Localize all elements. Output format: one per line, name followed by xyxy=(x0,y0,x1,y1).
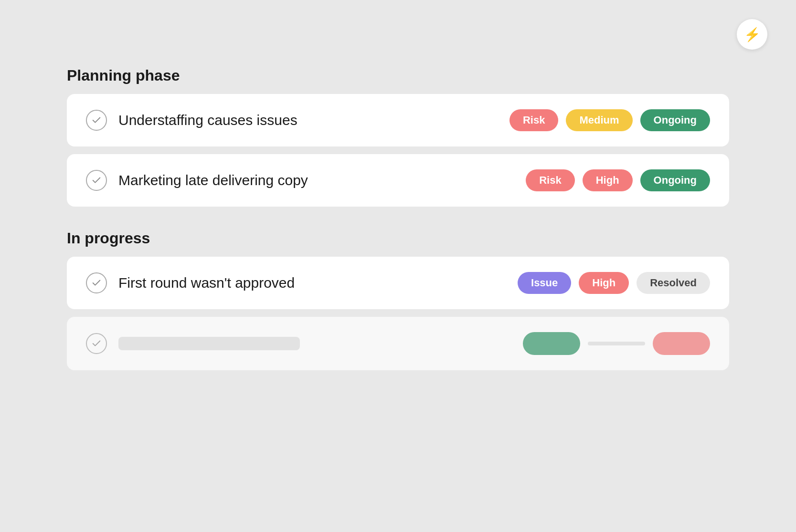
task-card: Understaffing causes issues Risk Medium … xyxy=(67,94,729,146)
badge-risk: Risk xyxy=(509,109,558,131)
badge-resolved: Resolved xyxy=(637,272,710,294)
badge-skeleton-green xyxy=(523,332,580,355)
badge-high: High xyxy=(583,169,633,191)
planning-phase-title: Planning phase xyxy=(67,67,729,84)
badge-medium: Medium xyxy=(566,109,632,131)
badge-group-skeleton xyxy=(523,332,710,355)
badge-ongoing: Ongoing xyxy=(640,169,710,191)
badge-issue: Issue xyxy=(518,272,571,294)
task-checkbox[interactable] xyxy=(86,333,107,354)
main-content: Planning phase Understaffing causes issu… xyxy=(67,67,729,378)
lightning-button[interactable]: ⚡ xyxy=(737,19,767,50)
badge-group: Risk Medium Ongoing xyxy=(509,109,710,131)
task-card: Marketing late delivering copy Risk High… xyxy=(67,154,729,207)
in-progress-title: In progress xyxy=(67,229,729,247)
task-checkbox[interactable] xyxy=(86,272,107,293)
task-label-skeleton xyxy=(118,337,300,350)
task-checkbox[interactable] xyxy=(86,170,107,191)
badge-skeleton-red xyxy=(653,332,710,355)
badge-high: High xyxy=(579,272,629,294)
task-label: Marketing late delivering copy xyxy=(118,172,514,188)
lightning-icon: ⚡ xyxy=(744,27,761,42)
badge-skeleton-gray xyxy=(588,342,645,345)
task-label: First round wasn't approved xyxy=(118,275,506,291)
badge-risk: Risk xyxy=(526,169,574,191)
badge-group: Issue High Resolved xyxy=(518,272,710,294)
task-label: Understaffing causes issues xyxy=(118,112,498,128)
task-card-skeleton xyxy=(67,317,729,370)
task-card: First round wasn't approved Issue High R… xyxy=(67,257,729,309)
badge-group: Risk High Ongoing xyxy=(526,169,710,191)
task-checkbox[interactable] xyxy=(86,110,107,131)
badge-ongoing: Ongoing xyxy=(640,109,710,131)
